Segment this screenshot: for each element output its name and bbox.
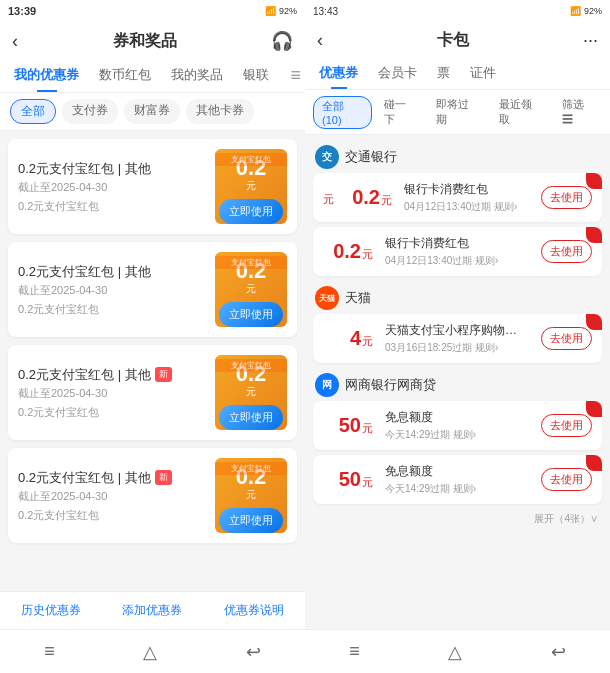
r-tab-coupons[interactable]: 优惠券 (309, 57, 368, 89)
bank-name-jt: 交通银行 (345, 148, 397, 166)
r-use-btn-jt-1[interactable]: 去使用 (541, 186, 592, 209)
history-coupons-link[interactable]: 历史优惠券 (21, 602, 81, 619)
r-name-ws-2: 免息额度 (385, 463, 533, 480)
right-filter-row: 全部(10) 碰一下 即将过期 最近领取 筛选☰ (305, 90, 610, 135)
r-filter-expiring[interactable]: 即将过期 (428, 95, 487, 129)
right-nav-home-icon[interactable]: △ (448, 641, 462, 663)
r-meta-ws-2: 今天14:29过期 规则› (385, 482, 533, 496)
coupon-card-3: 0.2元支付宝红包 | 其他 新 截止至2025-04-30 0.2元支付宝红包… (8, 345, 297, 440)
coupon-info-1: 0.2元支付宝红包 | 其他 截止至2025-04-30 0.2元支付宝红包 (18, 160, 207, 214)
right-back-button[interactable]: ‹ (317, 30, 323, 51)
bank-logo-tm: 天猫 (315, 286, 339, 310)
filter-all[interactable]: 全部 (10, 99, 56, 124)
r-filter-all[interactable]: 全部(10) (313, 96, 372, 129)
use-btn-3[interactable]: 立即使用 (219, 405, 283, 430)
right-nav-back-icon[interactable]: ↩ (551, 641, 566, 663)
r-tag-tm-1 (586, 314, 602, 330)
coupon-info-2: 0.2元支付宝红包 | 其他 截止至2025-04-30 0.2元支付宝红包 (18, 263, 207, 317)
tab-my-prizes[interactable]: 我的奖品 (161, 58, 233, 92)
bank-name-ws: 网商银行网商贷 (345, 376, 436, 394)
left-battery: 92% (279, 6, 297, 16)
r-unit-ws-2: 元 (362, 475, 373, 490)
right-nav-menu-icon[interactable]: ≡ (349, 641, 360, 662)
filter-wealth[interactable]: 财富券 (124, 99, 180, 124)
new-badge-3: 新 (155, 367, 172, 382)
r-meta-jt-1: 04月12日13:40过期 规则› (404, 200, 533, 214)
r-coupon-card-jt-1: 元 0.2 元 银行卡消费红包 04月12日13:40过期 规则› 去使用 (313, 173, 602, 222)
filter-pay[interactable]: 支付券 (62, 99, 118, 124)
show-more-link[interactable]: 展开（4张）∨ (313, 510, 602, 528)
r-coupon-card-ws-2: 50 元 免息额度 今天14:29过期 规则› 去使用 (313, 455, 602, 504)
left-title: 券和奖品 (18, 31, 271, 52)
coupon-type-1: 支付宝红包 (215, 153, 287, 166)
right-more-button[interactable]: ··· (583, 30, 598, 51)
r-amount-ws-2: 50 (323, 468, 361, 491)
r-info-tm-1: 天猫支付宝小程序购物… 03月16日18:25过期 规则› (385, 322, 533, 355)
coupon-type-4: 支付宝红包 (215, 462, 287, 475)
left-nav-menu-icon[interactable]: ≡ (44, 641, 55, 662)
r-tab-membership[interactable]: 会员卡 (368, 57, 427, 89)
r-tab-ticket[interactable]: 票 (427, 57, 460, 89)
new-badge-4: 新 (155, 470, 172, 485)
right-battery: 92% (584, 6, 602, 16)
r-use-btn-tm-1[interactable]: 去使用 (541, 327, 592, 350)
r-meta-ws-1: 今天14:29过期 规则› (385, 428, 533, 442)
r-amount-ws-1: 50 (323, 414, 361, 437)
coupon-title-1: 0.2元支付宝红包 | 其他 (18, 160, 207, 178)
left-nav-home-icon[interactable]: △ (143, 641, 157, 663)
coupon-desc-3: 0.2元支付宝红包 (18, 405, 207, 420)
tab-my-coupons[interactable]: 我的优惠券 (4, 58, 89, 92)
left-nav-back-icon[interactable]: ↩ (246, 641, 261, 663)
r-amount-jt-1: 0.2 (342, 186, 380, 209)
coupon-expire-2: 截止至2025-04-30 (18, 283, 207, 298)
coupon-desc-1: 0.2元支付宝红包 (18, 199, 207, 214)
coupon-title-2: 0.2元支付宝红包 | 其他 (18, 263, 207, 281)
coupon-info-4: 0.2元支付宝红包 | 其他 新 截止至2025-04-30 0.2元支付宝红包 (18, 469, 207, 523)
use-btn-1[interactable]: 立即使用 (219, 199, 283, 224)
left-time: 13:39 (8, 5, 36, 17)
coupon-type-3: 支付宝红包 (215, 359, 287, 372)
right-panel: 13:43 📶 92% ‹ 卡包 ··· 优惠券 会员卡 票 证件 全部(10)… (305, 0, 610, 673)
r-unit-tm-1: 元 (362, 334, 373, 349)
r-tab-id[interactable]: 证件 (460, 57, 506, 89)
use-btn-4[interactable]: 立即使用 (219, 508, 283, 533)
filter-other[interactable]: 其他卡券 (186, 99, 254, 124)
coupon-info-3: 0.2元支付宝红包 | 其他 新 截止至2025-04-30 0.2元支付宝红包 (18, 366, 207, 420)
left-status-icons: 📶 92% (265, 6, 297, 16)
r-use-btn-jt-2[interactable]: 去使用 (541, 240, 592, 263)
coupon-expire-1: 截止至2025-04-30 (18, 180, 207, 195)
left-header: ‹ 券和奖品 🎧 (0, 22, 305, 58)
r-coupon-card-ws-1: 50 元 免息额度 今天14:29过期 规则› 去使用 (313, 401, 602, 450)
bank-header-jt: 交 交通银行 (313, 141, 602, 173)
bank-section-ws: 网 网商银行网商贷 50 元 免息额度 今天14:29过期 规则› 去使用 (313, 369, 602, 504)
coupon-list: 0.2元支付宝红包 | 其他 截止至2025-04-30 0.2元支付宝红包 支… (0, 131, 305, 591)
coupon-unit-4: 元 (246, 488, 256, 502)
use-btn-2[interactable]: 立即使用 (219, 302, 283, 327)
coupon-desc-4: 0.2元支付宝红包 (18, 508, 207, 523)
r-coupon-card-tm-1: 4 元 天猫支付宝小程序购物… 03月16日18:25过期 规则› 去使用 (313, 314, 602, 363)
coupon-expire-3: 截止至2025-04-30 (18, 386, 207, 401)
r-name-jt-2: 银行卡消费红包 (385, 235, 533, 252)
tab-union-pay[interactable]: 银联 (233, 58, 279, 92)
left-nav-bar: ≡ △ ↩ (0, 629, 305, 673)
r-filter-tap[interactable]: 碰一下 (376, 95, 424, 129)
left-headphone-icon[interactable]: 🎧 (271, 30, 293, 52)
right-tabs: 优惠券 会员卡 票 证件 (305, 57, 610, 90)
right-status-bar: 13:43 📶 92% (305, 0, 610, 22)
left-status-bar: 13:39 📶 92% (0, 0, 305, 22)
r-use-btn-ws-2[interactable]: 去使用 (541, 468, 592, 491)
tab-more-icon[interactable]: ≡ (290, 58, 301, 92)
add-coupon-link[interactable]: 添加优惠券 (122, 602, 182, 619)
coupon-amount-box-2: 支付宝红包 0.2 元 立即使用 (215, 252, 287, 327)
coupon-description-link[interactable]: 优惠券说明 (224, 602, 284, 619)
bank-header-tm: 天猫 天猫 (313, 282, 602, 314)
r-filter-sort[interactable]: 筛选☰ (554, 95, 602, 129)
r-filter-recent[interactable]: 最近领取 (491, 95, 550, 129)
right-time: 13:43 (313, 6, 338, 17)
bank-name-tm: 天猫 (345, 289, 371, 307)
r-tag-jt-2 (586, 227, 602, 243)
tab-digital-red-packet[interactable]: 数币红包 (89, 58, 161, 92)
r-use-btn-ws-1[interactable]: 去使用 (541, 414, 592, 437)
bottom-actions: 历史优惠券 添加优惠券 优惠券说明 (0, 591, 305, 629)
r-unit-jt-1: 元 (381, 193, 392, 208)
